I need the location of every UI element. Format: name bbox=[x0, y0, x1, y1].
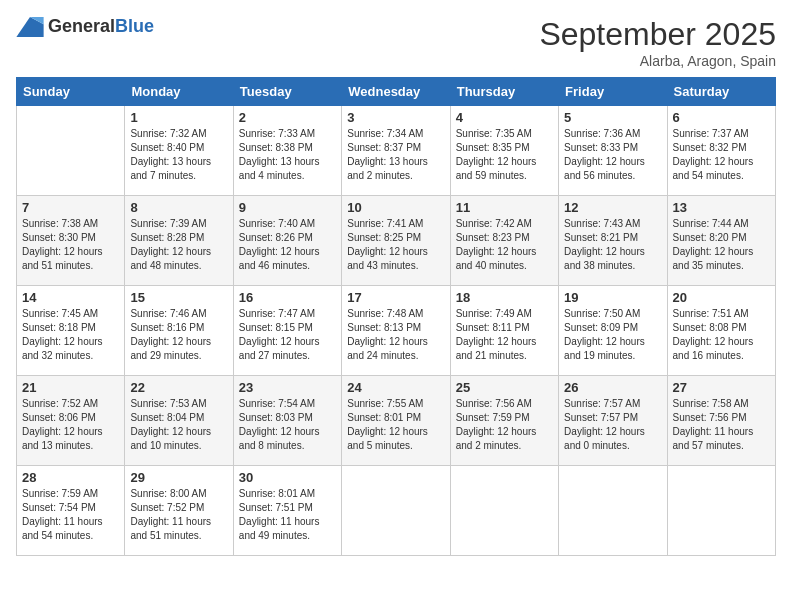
day-info: Sunrise: 7:56 AMSunset: 7:59 PMDaylight:… bbox=[456, 397, 553, 453]
day-info: Sunrise: 7:34 AMSunset: 8:37 PMDaylight:… bbox=[347, 127, 444, 183]
month-title: September 2025 bbox=[539, 16, 776, 53]
calendar-cell: 27Sunrise: 7:58 AMSunset: 7:56 PMDayligh… bbox=[667, 376, 775, 466]
calendar-cell: 24Sunrise: 7:55 AMSunset: 8:01 PMDayligh… bbox=[342, 376, 450, 466]
calendar-cell: 18Sunrise: 7:49 AMSunset: 8:11 PMDayligh… bbox=[450, 286, 558, 376]
week-row: 21Sunrise: 7:52 AMSunset: 8:06 PMDayligh… bbox=[17, 376, 776, 466]
calendar-cell bbox=[17, 106, 125, 196]
day-number: 25 bbox=[456, 380, 553, 395]
day-number: 7 bbox=[22, 200, 119, 215]
day-number: 18 bbox=[456, 290, 553, 305]
day-number: 12 bbox=[564, 200, 661, 215]
calendar-cell: 2Sunrise: 7:33 AMSunset: 8:38 PMDaylight… bbox=[233, 106, 341, 196]
day-number: 15 bbox=[130, 290, 227, 305]
day-number: 5 bbox=[564, 110, 661, 125]
calendar-cell bbox=[559, 466, 667, 556]
day-of-week-header: Wednesday bbox=[342, 78, 450, 106]
day-info: Sunrise: 7:38 AMSunset: 8:30 PMDaylight:… bbox=[22, 217, 119, 273]
calendar-cell: 20Sunrise: 7:51 AMSunset: 8:08 PMDayligh… bbox=[667, 286, 775, 376]
day-info: Sunrise: 7:43 AMSunset: 8:21 PMDaylight:… bbox=[564, 217, 661, 273]
calendar-cell: 28Sunrise: 7:59 AMSunset: 7:54 PMDayligh… bbox=[17, 466, 125, 556]
day-info: Sunrise: 7:58 AMSunset: 7:56 PMDaylight:… bbox=[673, 397, 770, 453]
day-number: 26 bbox=[564, 380, 661, 395]
logo-text-blue: Blue bbox=[115, 16, 154, 36]
day-of-week-header: Saturday bbox=[667, 78, 775, 106]
day-info: Sunrise: 7:32 AMSunset: 8:40 PMDaylight:… bbox=[130, 127, 227, 183]
day-info: Sunrise: 7:45 AMSunset: 8:18 PMDaylight:… bbox=[22, 307, 119, 363]
days-of-week-row: SundayMondayTuesdayWednesdayThursdayFrid… bbox=[17, 78, 776, 106]
location-title: Alarba, Aragon, Spain bbox=[539, 53, 776, 69]
logo-icon bbox=[16, 17, 44, 37]
calendar-cell: 11Sunrise: 7:42 AMSunset: 8:23 PMDayligh… bbox=[450, 196, 558, 286]
logo-text-general: General bbox=[48, 16, 115, 36]
day-number: 8 bbox=[130, 200, 227, 215]
day-number: 16 bbox=[239, 290, 336, 305]
day-info: Sunrise: 7:52 AMSunset: 8:06 PMDaylight:… bbox=[22, 397, 119, 453]
day-info: Sunrise: 7:44 AMSunset: 8:20 PMDaylight:… bbox=[673, 217, 770, 273]
day-info: Sunrise: 7:42 AMSunset: 8:23 PMDaylight:… bbox=[456, 217, 553, 273]
day-info: Sunrise: 7:54 AMSunset: 8:03 PMDaylight:… bbox=[239, 397, 336, 453]
day-of-week-header: Friday bbox=[559, 78, 667, 106]
week-row: 28Sunrise: 7:59 AMSunset: 7:54 PMDayligh… bbox=[17, 466, 776, 556]
calendar-cell bbox=[667, 466, 775, 556]
day-number: 14 bbox=[22, 290, 119, 305]
calendar-cell: 6Sunrise: 7:37 AMSunset: 8:32 PMDaylight… bbox=[667, 106, 775, 196]
calendar-cell: 25Sunrise: 7:56 AMSunset: 7:59 PMDayligh… bbox=[450, 376, 558, 466]
day-number: 20 bbox=[673, 290, 770, 305]
calendar-cell: 5Sunrise: 7:36 AMSunset: 8:33 PMDaylight… bbox=[559, 106, 667, 196]
day-info: Sunrise: 7:49 AMSunset: 8:11 PMDaylight:… bbox=[456, 307, 553, 363]
day-info: Sunrise: 7:35 AMSunset: 8:35 PMDaylight:… bbox=[456, 127, 553, 183]
day-info: Sunrise: 7:41 AMSunset: 8:25 PMDaylight:… bbox=[347, 217, 444, 273]
day-of-week-header: Thursday bbox=[450, 78, 558, 106]
day-number: 22 bbox=[130, 380, 227, 395]
week-row: 7Sunrise: 7:38 AMSunset: 8:30 PMDaylight… bbox=[17, 196, 776, 286]
calendar-cell: 14Sunrise: 7:45 AMSunset: 8:18 PMDayligh… bbox=[17, 286, 125, 376]
day-info: Sunrise: 7:57 AMSunset: 7:57 PMDaylight:… bbox=[564, 397, 661, 453]
calendar-cell: 7Sunrise: 7:38 AMSunset: 8:30 PMDaylight… bbox=[17, 196, 125, 286]
day-info: Sunrise: 7:48 AMSunset: 8:13 PMDaylight:… bbox=[347, 307, 444, 363]
day-info: Sunrise: 7:40 AMSunset: 8:26 PMDaylight:… bbox=[239, 217, 336, 273]
calendar-cell: 26Sunrise: 7:57 AMSunset: 7:57 PMDayligh… bbox=[559, 376, 667, 466]
calendar-cell: 1Sunrise: 7:32 AMSunset: 8:40 PMDaylight… bbox=[125, 106, 233, 196]
day-number: 1 bbox=[130, 110, 227, 125]
day-of-week-header: Tuesday bbox=[233, 78, 341, 106]
calendar-cell: 21Sunrise: 7:52 AMSunset: 8:06 PMDayligh… bbox=[17, 376, 125, 466]
day-number: 24 bbox=[347, 380, 444, 395]
day-info: Sunrise: 8:00 AMSunset: 7:52 PMDaylight:… bbox=[130, 487, 227, 543]
day-number: 11 bbox=[456, 200, 553, 215]
day-info: Sunrise: 7:36 AMSunset: 8:33 PMDaylight:… bbox=[564, 127, 661, 183]
calendar-cell bbox=[450, 466, 558, 556]
title-area: September 2025 Alarba, Aragon, Spain bbox=[539, 16, 776, 69]
day-number: 27 bbox=[673, 380, 770, 395]
calendar-table: SundayMondayTuesdayWednesdayThursdayFrid… bbox=[16, 77, 776, 556]
day-info: Sunrise: 7:59 AMSunset: 7:54 PMDaylight:… bbox=[22, 487, 119, 543]
calendar-cell: 22Sunrise: 7:53 AMSunset: 8:04 PMDayligh… bbox=[125, 376, 233, 466]
day-of-week-header: Sunday bbox=[17, 78, 125, 106]
week-row: 1Sunrise: 7:32 AMSunset: 8:40 PMDaylight… bbox=[17, 106, 776, 196]
day-info: Sunrise: 7:39 AMSunset: 8:28 PMDaylight:… bbox=[130, 217, 227, 273]
day-number: 19 bbox=[564, 290, 661, 305]
day-number: 21 bbox=[22, 380, 119, 395]
day-info: Sunrise: 7:46 AMSunset: 8:16 PMDaylight:… bbox=[130, 307, 227, 363]
calendar-cell: 29Sunrise: 8:00 AMSunset: 7:52 PMDayligh… bbox=[125, 466, 233, 556]
day-number: 2 bbox=[239, 110, 336, 125]
logo: GeneralBlue bbox=[16, 16, 154, 37]
calendar-cell: 17Sunrise: 7:48 AMSunset: 8:13 PMDayligh… bbox=[342, 286, 450, 376]
day-number: 9 bbox=[239, 200, 336, 215]
day-number: 4 bbox=[456, 110, 553, 125]
calendar-cell: 16Sunrise: 7:47 AMSunset: 8:15 PMDayligh… bbox=[233, 286, 341, 376]
header: GeneralBlue September 2025 Alarba, Arago… bbox=[16, 16, 776, 69]
day-info: Sunrise: 7:33 AMSunset: 8:38 PMDaylight:… bbox=[239, 127, 336, 183]
day-number: 3 bbox=[347, 110, 444, 125]
day-info: Sunrise: 7:55 AMSunset: 8:01 PMDaylight:… bbox=[347, 397, 444, 453]
day-number: 17 bbox=[347, 290, 444, 305]
day-number: 10 bbox=[347, 200, 444, 215]
calendar-cell: 4Sunrise: 7:35 AMSunset: 8:35 PMDaylight… bbox=[450, 106, 558, 196]
day-number: 13 bbox=[673, 200, 770, 215]
calendar-cell: 10Sunrise: 7:41 AMSunset: 8:25 PMDayligh… bbox=[342, 196, 450, 286]
calendar-cell: 13Sunrise: 7:44 AMSunset: 8:20 PMDayligh… bbox=[667, 196, 775, 286]
day-info: Sunrise: 7:37 AMSunset: 8:32 PMDaylight:… bbox=[673, 127, 770, 183]
day-info: Sunrise: 7:51 AMSunset: 8:08 PMDaylight:… bbox=[673, 307, 770, 363]
day-info: Sunrise: 7:53 AMSunset: 8:04 PMDaylight:… bbox=[130, 397, 227, 453]
day-info: Sunrise: 7:50 AMSunset: 8:09 PMDaylight:… bbox=[564, 307, 661, 363]
week-row: 14Sunrise: 7:45 AMSunset: 8:18 PMDayligh… bbox=[17, 286, 776, 376]
